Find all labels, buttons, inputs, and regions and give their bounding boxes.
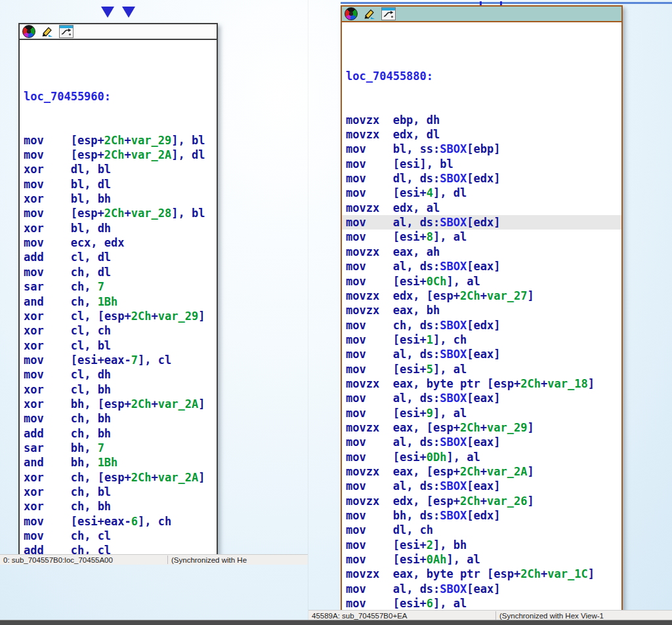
instruction-line[interactable]: mov[esi+0Ch], al — [346, 274, 621, 289]
instruction-line[interactable]: xorch, [esp+2Ch+var_2A] — [24, 470, 217, 485]
window-divider — [308, 0, 308, 620]
instruction-line[interactable]: movzxeax, byte ptr [esp+2Ch+var_18] — [346, 376, 621, 391]
instruction-line[interactable]: movzxeax, bh — [346, 303, 621, 317]
instruction-line[interactable]: xorch, bl — [24, 485, 217, 499]
instruction-line[interactable]: mov[esi+8], al — [346, 230, 621, 244]
instruction-line[interactable]: addch, bh — [24, 426, 217, 441]
instruction-line[interactable]: xorbl, bh — [24, 192, 217, 206]
instruction-line[interactable]: mov[esi+0Dh], al — [346, 450, 621, 464]
node-code: loc_70455880: movzxebp, dhmovzxedx, dlmo… — [342, 22, 621, 613]
instruction-line[interactable]: movbl, ss:SBOX[ebp] — [346, 142, 621, 156]
edit-icon[interactable] — [41, 25, 54, 38]
instruction-line[interactable]: xorbh, [esp+2Ch+var_2A] — [24, 397, 217, 411]
instruction-line[interactable]: movzxeax, byte ptr [esp+2Ch+var_1C] — [346, 567, 621, 581]
status-context: 45589A: sub_704557B0+EA — [308, 611, 495, 620]
instruction-line[interactable]: movecx, edx — [24, 235, 217, 250]
instruction-line[interactable]: andbh, 1Bh — [24, 455, 217, 470]
instruction-line[interactable]: movzxedx, [esp+2Ch+var_26] — [346, 494, 621, 508]
instruction-line[interactable]: mov[esi+5], al — [346, 362, 621, 376]
instruction-line[interactable]: movch, bh — [24, 411, 217, 426]
instruction-line[interactable]: moval, ds:SBOX[eax] — [346, 391, 621, 405]
node-color-icon[interactable] — [22, 25, 35, 38]
instruction-line[interactable]: movzxebp, dh — [346, 113, 621, 127]
instruction-line[interactable]: moval, ds:SBOX[eax] — [346, 347, 621, 361]
instruction-line[interactable]: mov[esi+6], al — [346, 596, 621, 611]
instruction-line[interactable]: xorcl, [esp+2Ch+var_29] — [24, 309, 217, 323]
instruction-line[interactable]: movch, ds:SBOX[edx] — [346, 318, 621, 333]
instruction-line[interactable]: xorbl, dh — [24, 221, 217, 235]
instruction-line[interactable]: mov[esp+2Ch+var_28], bl — [24, 206, 217, 220]
instruction-line[interactable]: addcl, dl — [24, 250, 217, 264]
node-titlebar[interactable] — [342, 7, 621, 22]
instruction-line[interactable]: moval, ds:SBOX[eax] — [346, 435, 621, 449]
status-bar-left: 0: sub_704557B0:loc_70455A00 (Synchroniz… — [0, 554, 308, 565]
instruction-line[interactable]: movbl, dl — [24, 177, 217, 192]
instruction-line[interactable]: mov[esi], bl — [346, 157, 621, 171]
instruction-line[interactable]: xorcl, bl — [24, 338, 217, 353]
instruction-line[interactable]: xordl, bl — [24, 162, 217, 176]
instruction-line[interactable]: xorcl, bh — [24, 382, 217, 397]
node-color-icon[interactable] — [345, 7, 358, 20]
instruction-line[interactable]: movzxeax, ah — [346, 245, 621, 259]
instruction-line[interactable]: movdl, ds:SBOX[edx] — [346, 171, 621, 186]
status-context: 0: sub_704557B0:loc_70455A00 — [0, 555, 167, 565]
status-sync: (Synchronized with He — [168, 555, 249, 565]
instruction-line[interactable]: mov[esi+9], al — [346, 406, 621, 420]
basic-block-node-left[interactable]: loc_70455960: mov[esp+2Ch+var_29], blmov… — [18, 23, 218, 557]
basic-block-node-right[interactable]: loc_70455880: movzxebp, dhmovzxedx, dlmo… — [341, 5, 623, 613]
graph-canvas[interactable]: loc_70455960: mov[esp+2Ch+var_29], blmov… — [0, 0, 672, 625]
instruction-line[interactable]: mov[esi+eax-6], ch — [24, 514, 217, 529]
instruction-line[interactable]: movch, cl — [24, 529, 217, 543]
instruction-line[interactable]: movcl, dh — [24, 367, 217, 382]
instruction-line[interactable]: movzxeax, [esp+2Ch+var_2A] — [346, 464, 621, 479]
edge-arrow-icon — [101, 7, 114, 18]
graph-view-icon[interactable] — [381, 7, 396, 20]
edit-icon[interactable] — [363, 7, 376, 20]
instruction-line[interactable]: movzxeax, [esp+2Ch+var_29] — [346, 420, 621, 435]
instruction-line[interactable]: mov[esi+2], bh — [346, 538, 621, 552]
instruction-line[interactable]: mov[esp+2Ch+var_29], bl — [24, 133, 217, 148]
instruction-line[interactable]: moval, ds:SBOX[eax] — [346, 479, 621, 493]
instruction-line[interactable]: movbh, ds:SBOX[edx] — [346, 508, 621, 523]
instruction-line[interactable]: sarch, 7 — [24, 279, 217, 294]
instruction-line[interactable]: moval, ds:SBOX[eax] — [346, 582, 621, 596]
instruction-line[interactable]: movch, dl — [24, 265, 217, 279]
instruction-line[interactable]: andch, 1Bh — [24, 294, 217, 309]
instruction-line[interactable]: moval, ds:SBOX[eax] — [346, 259, 621, 273]
block-label[interactable]: loc_70455960: — [24, 89, 217, 104]
block-label[interactable]: loc_70455880: — [346, 69, 621, 83]
instruction-line[interactable]: xorch, bh — [24, 499, 217, 514]
instruction-line[interactable]: mov[esi+4], dl — [346, 186, 621, 200]
status-sync: (Synchronized with Hex View-1 — [496, 611, 606, 620]
node-titlebar[interactable] — [20, 24, 217, 40]
instruction-line[interactable]: mov[esp+2Ch+var_2A], dl — [24, 148, 217, 162]
node-code: loc_70455960: mov[esp+2Ch+var_29], blmov… — [20, 40, 217, 557]
instruction-line[interactable]: movzxedx, dl — [346, 127, 621, 142]
edge-line — [341, 2, 672, 4]
status-bar-right: 45589A: sub_704557B0+EA (Synchronized wi… — [308, 610, 672, 620]
instruction-line[interactable]: moval, ds:SBOX[edx] — [342, 215, 623, 230]
instruction-line[interactable]: mov[esi+eax-7], cl — [24, 353, 217, 367]
graph-view-icon[interactable] — [59, 25, 74, 38]
instruction-line[interactable]: mov[esi+1], ch — [346, 333, 621, 347]
instruction-line[interactable]: sarbh, 7 — [24, 441, 217, 455]
instruction-line[interactable]: mov[esi+0Ah], al — [346, 552, 621, 567]
instruction-line[interactable]: movzxedx, [esp+2Ch+var_27] — [346, 289, 621, 303]
instruction-line[interactable]: xorcl, ch — [24, 323, 217, 338]
instruction-line[interactable]: movzxedx, al — [346, 201, 621, 215]
edge-arrow-icon — [122, 7, 135, 18]
instruction-line[interactable]: movdl, ch — [346, 523, 621, 537]
window-bottom-edge — [0, 620, 672, 625]
